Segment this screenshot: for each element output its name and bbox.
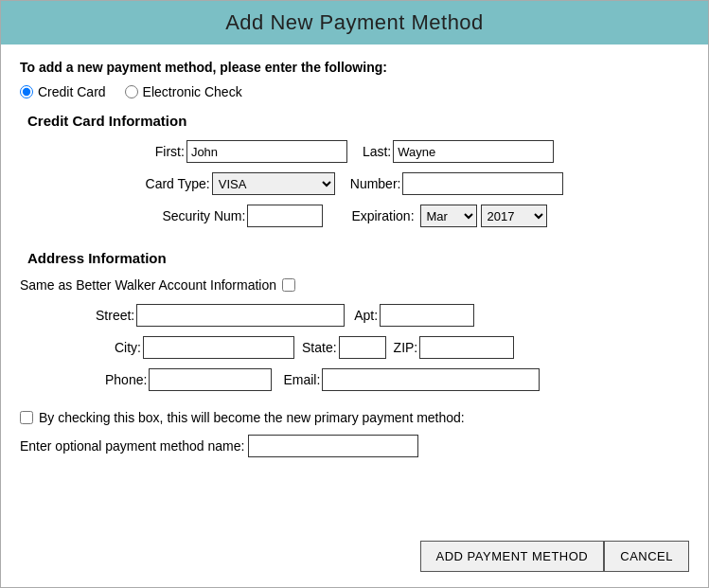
electronic-check-radio[interactable] — [125, 85, 138, 98]
card-number-input[interactable] — [402, 172, 563, 195]
electronic-check-label: Electronic Check — [143, 84, 242, 99]
street-input[interactable] — [136, 304, 345, 327]
payment-type-row: Credit Card Electronic Check — [20, 84, 689, 99]
cancel-button[interactable]: CANCEL — [604, 541, 689, 572]
dialog-footer: ADD PAYMENT METHOD CANCEL — [1, 531, 708, 587]
credit-card-label: Credit Card — [38, 84, 106, 99]
primary-payment-label: By checking this box, this will become t… — [39, 410, 465, 425]
phone-input[interactable] — [149, 368, 272, 391]
phone-email-row: Phone: Email: — [20, 368, 689, 391]
street-label: Street: — [96, 308, 134, 323]
addr-section-title: Address Information — [27, 250, 689, 266]
same-as-checkbox[interactable] — [282, 278, 295, 292]
expiration-label: Expiration: — [351, 208, 414, 223]
dialog: Add New Payment Method To add a new paym… — [0, 0, 709, 588]
number-label: Number: — [350, 176, 401, 191]
exp-year-select[interactable]: 201520162017 201820192020 — [481, 205, 547, 227]
city-label: City: — [115, 340, 141, 355]
apt-input[interactable] — [380, 304, 474, 327]
first-label: First: — [155, 144, 185, 159]
address-section: Address Information Same as Better Walke… — [20, 250, 689, 401]
exp-month-select[interactable]: JanFebMarApr MayJunJulAug SepOctNovDec — [420, 205, 477, 227]
first-name-input[interactable] — [186, 140, 347, 163]
email-label: Email: — [283, 372, 320, 387]
card-type-select[interactable]: VISA MasterCard Discover AMEX — [212, 172, 335, 195]
apt-label: Apt: — [354, 308, 378, 323]
credit-card-option: Credit Card — [20, 84, 106, 99]
last-name-input[interactable] — [393, 140, 554, 163]
zip-input[interactable] — [419, 336, 514, 359]
primary-payment-checkbox[interactable] — [20, 411, 33, 424]
primary-payment-row: By checking this box, this will become t… — [20, 410, 689, 425]
street-apt-row: Street: Apt: — [20, 304, 689, 327]
optional-name-label: Enter optional payment method name: — [20, 438, 244, 454]
dialog-title: Add New Payment Method — [1, 1, 708, 45]
security-label: Security Num: — [162, 208, 245, 223]
cc-security-exp-row: Security Num: Expiration: JanFebMarApr M… — [20, 205, 689, 227]
same-as-row: Same as Better Walker Account Informatio… — [20, 277, 689, 293]
phone-label: Phone: — [105, 372, 147, 387]
credit-card-radio[interactable] — [20, 85, 33, 98]
same-as-label: Same as Better Walker Account Informatio… — [20, 277, 276, 293]
optional-name-row: Enter optional payment method name: — [20, 435, 689, 457]
cc-section-title: Credit Card Information — [27, 113, 689, 129]
electronic-check-option: Electronic Check — [125, 84, 242, 99]
zip-label: ZIP: — [394, 340, 418, 355]
state-input[interactable] — [339, 336, 386, 359]
add-payment-button[interactable]: ADD PAYMENT METHOD — [420, 541, 605, 572]
credit-card-section: Credit Card Information First: Last: Car… — [20, 113, 689, 237]
cc-type-number-row: Card Type: VISA MasterCard Discover AMEX… — [20, 172, 689, 195]
email-input[interactable] — [322, 368, 540, 391]
instruction-text: To add a new payment method, please ente… — [20, 60, 689, 75]
city-input[interactable] — [143, 336, 294, 359]
cc-name-row: First: Last: — [20, 140, 689, 163]
city-state-zip-row: City: State: ZIP: — [20, 336, 689, 359]
card-type-label: Card Type: — [146, 176, 210, 191]
optional-name-input[interactable] — [248, 435, 418, 457]
last-label: Last: — [363, 144, 391, 159]
dialog-body: To add a new payment method, please ente… — [1, 45, 708, 531]
state-label: State: — [302, 340, 337, 355]
security-input[interactable] — [247, 205, 323, 227]
